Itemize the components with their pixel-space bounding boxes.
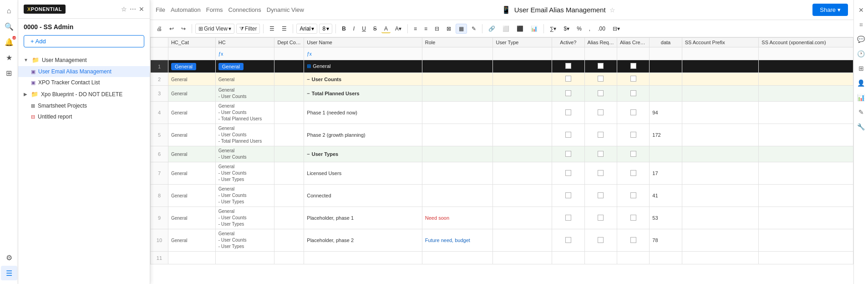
col-header-alias-cre[interactable]: Alias Created? bbox=[617, 38, 649, 47]
sidebar-item-untitled-report[interactable]: ⊟ Untitled report bbox=[18, 111, 150, 122]
wrap-text-button[interactable]: ⊟ bbox=[432, 24, 442, 33]
add-button[interactable]: + Add bbox=[24, 35, 144, 47]
menu-automation[interactable]: Automation bbox=[171, 6, 201, 13]
nav-folder-xpo-blueprint[interactable]: ▶ 📁 Xpo Blueprint - DO NOT DELETE bbox=[18, 88, 150, 100]
cell-ss-account bbox=[759, 252, 853, 264]
gantt-button[interactable]: 📊 bbox=[528, 24, 540, 33]
dollar-button[interactable]: $▾ bbox=[561, 24, 573, 33]
decimal-button[interactable]: .00 bbox=[595, 24, 608, 33]
grid-view-button[interactable]: ⊞ Grid View ▾ bbox=[195, 24, 234, 34]
share-button[interactable]: Share ▾ bbox=[812, 4, 848, 16]
comma-button[interactable]: , bbox=[586, 24, 593, 33]
right-panel-icon-5[interactable]: ⊞ bbox=[855, 62, 868, 75]
bold-button[interactable]: B bbox=[339, 24, 349, 33]
cell-dept bbox=[274, 73, 304, 86]
home-icon-btn[interactable]: ⌂ bbox=[1, 4, 17, 18]
fill-color-button[interactable]: A▾ bbox=[392, 24, 404, 33]
panel-header: XPONENTIAL ☆ ⋯ ✕ bbox=[18, 0, 150, 19]
menu-connections[interactable]: Connections bbox=[228, 6, 261, 13]
cell-hc-cat: General bbox=[168, 207, 215, 229]
align-left-button[interactable]: ☰ bbox=[267, 24, 277, 33]
font-selector[interactable]: Arial ▾ bbox=[296, 24, 317, 34]
col-header-user-name[interactable]: User Name bbox=[304, 38, 422, 47]
right-panel-icon-7[interactable]: 📊 bbox=[855, 91, 868, 104]
close-icon[interactable]: ✕ bbox=[139, 5, 144, 13]
font-size-selector[interactable]: 8 ▾ bbox=[319, 24, 332, 34]
table-row[interactable]: 6 General General - User Counts − User T… bbox=[151, 146, 853, 162]
right-panel-icon-3[interactable]: 💬 bbox=[855, 33, 868, 46]
bar-chart-button[interactable]: ⬛ bbox=[514, 24, 526, 33]
favorites-icon-btn[interactable]: ★ bbox=[1, 50, 17, 65]
table-row[interactable]: 5 General General - User Counts - Total … bbox=[151, 124, 853, 146]
cell-data bbox=[650, 73, 682, 86]
collapse-icon[interactable]: − bbox=[307, 151, 310, 157]
redo-button[interactable]: ↪ bbox=[178, 24, 188, 33]
image-button[interactable]: ⬜ bbox=[500, 24, 512, 33]
cell-ss-prefix bbox=[682, 229, 759, 252]
search-icon-btn[interactable]: 🔍 bbox=[1, 19, 17, 34]
sidebar-item-smartsheet-projects[interactable]: ⊞ Smartsheet Projects bbox=[18, 100, 150, 111]
active-tool-button[interactable]: ▦ bbox=[456, 24, 467, 34]
align-left-text-button[interactable]: ≡ bbox=[411, 24, 420, 33]
table-row[interactable]: 11 bbox=[151, 252, 853, 264]
print-button[interactable]: 🖨 bbox=[154, 24, 165, 33]
star-icon[interactable]: ☆ bbox=[121, 5, 127, 13]
row-number: 10 bbox=[151, 229, 168, 252]
col-header-hc-cat[interactable]: HC_Cat bbox=[168, 38, 215, 47]
table-row[interactable]: 10 General General - User Counts - User … bbox=[151, 229, 853, 252]
sum-button[interactable]: ∑▾ bbox=[547, 24, 559, 33]
col-header-dept-count[interactable]: Dept Count bbox=[274, 38, 304, 47]
percent-button[interactable]: % bbox=[574, 24, 584, 33]
menu-dynamic-view[interactable]: Dynamic View bbox=[267, 6, 304, 13]
sheets-icon-btn[interactable]: ☰ bbox=[1, 266, 17, 280]
col-header-ss-prefix[interactable]: SS Account Prefix bbox=[682, 38, 759, 47]
collapse-icon[interactable]: − bbox=[307, 77, 310, 82]
cell-username: Placeholder, phase 2 bbox=[304, 229, 422, 252]
table-row[interactable]: 4 General General - User Counts - Total … bbox=[151, 102, 853, 124]
table-row[interactable]: 8 General General - User Counts - User T… bbox=[151, 185, 853, 207]
more-format-button[interactable]: ⊟▾ bbox=[610, 24, 623, 33]
right-panel-icon-9[interactable]: 🔧 bbox=[855, 120, 868, 133]
right-panel-icon-1[interactable]: ✕ bbox=[855, 4, 868, 16]
menu-file[interactable]: File bbox=[156, 6, 165, 13]
right-panel-icon-8[interactable]: ✎ bbox=[855, 106, 868, 119]
align-center-text-button[interactable]: ≡ bbox=[421, 24, 430, 33]
text-color-button[interactable]: A bbox=[381, 24, 391, 33]
table-row[interactable]: 1 General General ⊞General bbox=[151, 60, 853, 73]
table-row[interactable]: 7 General General - User Counts - User T… bbox=[151, 162, 853, 185]
apps-icon-btn[interactable]: ⊞ bbox=[1, 66, 17, 80]
col-header-data[interactable]: data bbox=[650, 38, 682, 47]
col-header-ss-account[interactable]: SS Account (xponential.com) bbox=[759, 38, 853, 47]
col-header-user-type[interactable]: User Type bbox=[493, 38, 552, 47]
settings-icon-btn[interactable]: ⚙ bbox=[1, 250, 17, 265]
sidebar-item-user-email-alias[interactable]: ▣ User Email Alias Management bbox=[18, 66, 150, 77]
col-header-active[interactable]: Active? bbox=[552, 38, 584, 47]
strikethrough-button[interactable]: S bbox=[371, 24, 380, 33]
menu-forms[interactable]: Forms bbox=[206, 6, 223, 13]
cell-username: − User Types bbox=[304, 146, 422, 162]
table-row[interactable]: 2 General General − User Counts bbox=[151, 73, 853, 86]
col-header-role[interactable]: Role bbox=[422, 38, 493, 47]
link-button[interactable]: 🔗 bbox=[486, 24, 498, 33]
table-row[interactable]: 3 General General - User Counts − Total … bbox=[151, 86, 853, 102]
notification-icon-btn[interactable]: 🔔 10 bbox=[1, 35, 17, 49]
italic-button[interactable]: I bbox=[350, 24, 357, 33]
undo-button[interactable]: ↩ bbox=[167, 24, 177, 33]
right-panel-icon-2[interactable]: ⌗ bbox=[855, 18, 868, 31]
filter-button[interactable]: ⧩ Filter bbox=[236, 24, 260, 34]
grid-container[interactable]: HC_Cat HC Dept Count User Name Role User… bbox=[150, 37, 853, 284]
nav-folder-user-management[interactable]: ▼ 📁 User Management bbox=[18, 54, 150, 66]
right-panel-icon-4[interactable]: 🕐 bbox=[855, 47, 868, 60]
more-icon[interactable]: ⋯ bbox=[130, 5, 136, 13]
underline-button[interactable]: U bbox=[359, 24, 369, 33]
format-button[interactable]: ⊠ bbox=[444, 24, 454, 33]
highlight-button[interactable]: ✎ bbox=[469, 24, 479, 33]
collapse-icon[interactable]: − bbox=[307, 91, 310, 96]
title-star-icon[interactable]: ☆ bbox=[609, 6, 615, 14]
align-right-button[interactable]: ☰ bbox=[279, 24, 289, 33]
table-row[interactable]: 9 General General - User Counts - User T… bbox=[151, 207, 853, 229]
right-panel-icon-6[interactable]: 👤 bbox=[855, 77, 868, 89]
col-header-hc[interactable]: HC bbox=[215, 38, 274, 47]
sidebar-item-xpo-tracker[interactable]: ▣ XPO Tracker Contact List bbox=[18, 77, 150, 88]
col-header-alias-req[interactable]: Alias Required bbox=[584, 38, 617, 47]
